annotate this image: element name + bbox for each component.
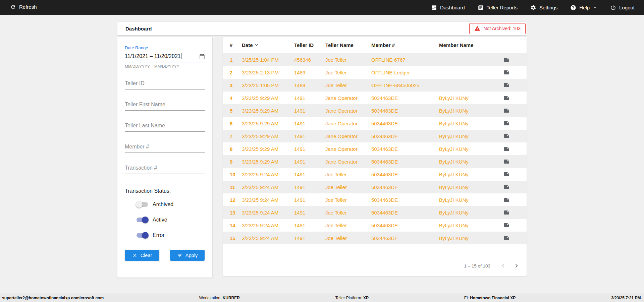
cell-teller-name: Joe Teller: [325, 57, 371, 63]
cell-date: 3/23/25 9:29 AM: [242, 95, 294, 101]
teller-last-name-input[interactable]: [125, 121, 205, 132]
table-row[interactable]: 15 3/23/25 9:24 AM 1491 Joe Teller 50344…: [223, 232, 527, 244]
table-row[interactable]: 7 3/23/25 9:29 AM 1491 Jane Operator 503…: [223, 130, 527, 142]
chevron-right-icon: [513, 262, 520, 269]
table-row[interactable]: 11 3/23/25 9:24 AM 1491 Joe Teller 50344…: [223, 181, 527, 193]
calendar-icon[interactable]: [199, 54, 205, 59]
toggle-row-error: Error: [136, 230, 205, 240]
column-header-member-number[interactable]: Member #: [371, 42, 439, 48]
cell-member-name: ByLyJI KUNy: [439, 197, 493, 203]
cell-date: 3/23/25 9:29 AM: [242, 108, 294, 114]
note-icon[interactable]: [503, 171, 510, 178]
note-icon[interactable]: [503, 81, 510, 89]
table-row[interactable]: 4 3/23/25 9:29 AM 1491 Jane Operator 503…: [223, 92, 527, 104]
note-icon[interactable]: [503, 107, 510, 114]
table-row[interactable]: 13 3/23/25 9:24 AM 1491 Joe Teller 50344…: [223, 206, 527, 219]
cell-row-number: 8: [230, 146, 242, 152]
cell-row-number: 5: [230, 108, 242, 114]
previous-page-button[interactable]: [497, 260, 509, 272]
cell-member-number: 5034463DE: [371, 223, 439, 228]
cell-row-number: 11: [230, 184, 242, 190]
cell-teller-id: 1491: [294, 197, 325, 203]
cell-teller-name: Joe Teller: [325, 70, 371, 75]
teller-id-input[interactable]: [125, 78, 205, 89]
note-icon[interactable]: [503, 94, 510, 102]
not-archived-badge[interactable]: Not Archived: 103: [469, 23, 526, 34]
pagination-range-label: 1 – 15 of 103: [464, 263, 490, 268]
filter-list-icon: [177, 253, 182, 258]
cell-date: 3/23/25 9:24 AM: [242, 210, 294, 216]
chevron-down-icon: [593, 5, 597, 10]
toggle-row-active: Active: [136, 215, 205, 225]
cell-member-number: 5034463DE: [371, 133, 439, 139]
cell-member-number: OFFLINE-Ledger: [371, 70, 439, 75]
table-row[interactable]: 6 3/23/25 9:29 AM 1491 Jane Operator 503…: [223, 117, 527, 130]
cell-teller-id: 1491: [294, 235, 325, 241]
table-row[interactable]: 5 3/23/25 9:29 AM 1491 Jane Operator 503…: [223, 104, 527, 117]
cell-member-number: OFFLINE-6767: [371, 57, 439, 63]
cell-row-number: 6: [230, 121, 242, 126]
cell-date: 3/25/25 1:04 PM: [242, 57, 294, 63]
note-icon[interactable]: [503, 183, 510, 191]
column-header-date[interactable]: Date: [242, 42, 294, 48]
cell-date: 3/23/25 1:05 PM: [242, 82, 294, 88]
note-icon[interactable]: [503, 209, 510, 216]
note-icon[interactable]: [503, 222, 510, 229]
cell-member-name: ByLyJI KUNy: [439, 95, 493, 101]
cell-row-number: 3: [230, 82, 242, 88]
table-row[interactable]: 12 3/23/25 9:24 AM 1491 Joe Teller 50344…: [223, 193, 527, 206]
sort-arrow-icon: [254, 42, 259, 48]
table-body: 1 3/25/25 1:04 PM 456346 Joe Teller OFFL…: [223, 53, 527, 244]
cell-teller-name: Jane Operator: [325, 108, 371, 114]
status-bar: superteller2@hometownfinancialxp.onmicro…: [0, 294, 644, 302]
cell-teller-id: 1491: [294, 184, 325, 190]
nav-settings[interactable]: Settings: [530, 5, 557, 11]
apply-button[interactable]: Apply: [170, 250, 205, 261]
cell-member-number: 5034463DE: [371, 172, 439, 177]
cell-member-name: ByLyJI KUNy: [439, 133, 493, 139]
cell-member-name: ByLyJI KUNy: [439, 210, 493, 216]
table-row[interactable]: 14 3/23/25 9:24 AM 1491 Joe Teller 50344…: [223, 219, 527, 232]
cell-teller-id: 456346: [294, 57, 325, 63]
refresh-button[interactable]: Refresh: [10, 4, 37, 10]
cell-teller-name: Joe Teller: [325, 197, 371, 203]
note-icon[interactable]: [503, 158, 510, 165]
table-row[interactable]: 2 3/23/25 2:13 PM 1489 Joe Teller OFFLIN…: [223, 66, 527, 79]
note-icon[interactable]: [503, 196, 510, 203]
cell-member-number: 5034463DE: [371, 184, 439, 190]
table-row[interactable]: 3 3/23/25 1:05 PM 1489 Joe Teller OFFLIN…: [223, 79, 527, 92]
note-icon[interactable]: [503, 132, 510, 140]
table-row[interactable]: 9 3/23/25 9:29 AM 1491 Jane Operator 503…: [223, 155, 527, 168]
error-toggle[interactable]: [136, 231, 149, 239]
nav-help[interactable]: Help: [570, 5, 597, 11]
table-row[interactable]: 1 3/25/25 1:04 PM 456346 Joe Teller OFFL…: [223, 53, 527, 66]
column-header-teller-id[interactable]: Teller ID: [294, 42, 325, 48]
cell-teller-id: 1491: [294, 210, 325, 216]
column-header-member-name[interactable]: Member Name: [439, 42, 493, 48]
cell-teller-id: 1491: [294, 159, 325, 165]
nav-logout[interactable]: Logout: [610, 5, 635, 11]
nav-teller-reports[interactable]: Teller Reports: [478, 5, 518, 11]
archived-toggle[interactable]: [136, 200, 149, 208]
cell-teller-id: 1489: [294, 70, 325, 75]
filter-panel: Date Range 11/1/2021 – 11/20/2021 MM/DD/…: [117, 37, 212, 278]
note-icon[interactable]: [503, 56, 510, 63]
table-row[interactable]: 8 3/23/25 9:29 AM 1491 Jane Operator 503…: [223, 142, 527, 155]
note-icon[interactable]: [503, 234, 510, 242]
column-header-teller-name[interactable]: Teller Name: [325, 42, 371, 48]
nav-dashboard[interactable]: Dashboard: [431, 5, 465, 11]
member-number-input[interactable]: [125, 142, 205, 153]
note-icon[interactable]: [503, 69, 510, 76]
cell-date: 3/23/25 9:24 AM: [242, 184, 294, 190]
transaction-number-input[interactable]: [125, 163, 205, 174]
chevron-left-icon: [499, 262, 507, 269]
next-page-button[interactable]: [511, 260, 523, 272]
active-toggle[interactable]: [136, 216, 149, 224]
table-row[interactable]: 10 3/23/25 9:24 AM 1491 Joe Teller 50344…: [223, 168, 527, 181]
clear-button[interactable]: Clear: [125, 250, 159, 261]
teller-first-name-input[interactable]: [125, 100, 205, 111]
cell-teller-id: 1491: [294, 95, 325, 101]
date-range-input[interactable]: 11/1/2021 – 11/20/2021: [125, 51, 205, 62]
note-icon[interactable]: [503, 145, 510, 153]
note-icon[interactable]: [503, 120, 510, 127]
